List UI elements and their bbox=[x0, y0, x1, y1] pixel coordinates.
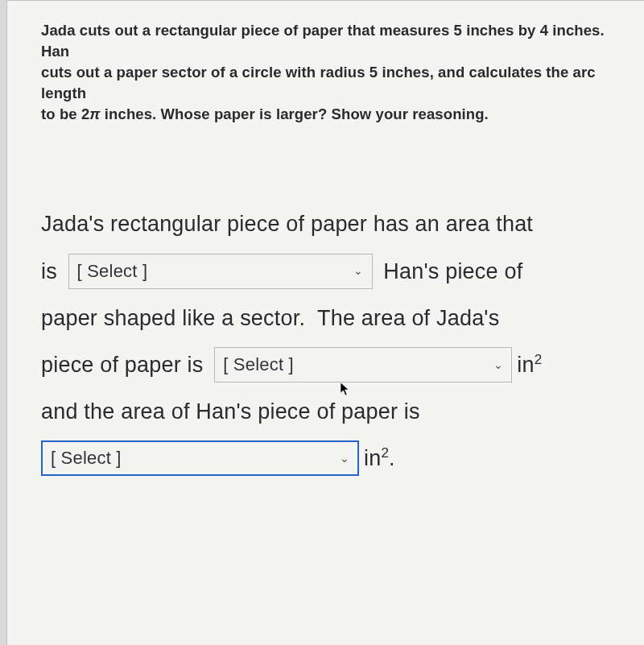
chevron-down-icon: ⌄ bbox=[493, 353, 503, 377]
answer-text-2a: is bbox=[41, 248, 64, 295]
select-label: [ Select ] bbox=[223, 345, 294, 383]
select-comparison[interactable]: [ Select ] ⌄ bbox=[68, 254, 373, 289]
answer-text-5: and the area of Han's piece of paper is bbox=[41, 388, 420, 435]
question-prompt: Jada cuts out a rectangular piece of pap… bbox=[41, 20, 621, 124]
answer-row-3: paper shaped like a sector. The area of … bbox=[41, 295, 621, 341]
answer-text-2b: Han's piece of bbox=[378, 248, 523, 295]
chevron-down-icon: ⌄ bbox=[340, 446, 349, 470]
answer-text-3: paper shaped like a sector. The area of … bbox=[41, 295, 499, 341]
question-line3b: inches. Whose paper is larger? Show your… bbox=[101, 105, 489, 122]
unit-in2-2: in2. bbox=[364, 435, 395, 482]
answer-area: Jada's rectangular piece of paper has an… bbox=[41, 201, 621, 481]
answer-text-4a: piece of paper is bbox=[41, 341, 209, 388]
select-jada-area[interactable]: [ Select ] ⌄ bbox=[214, 347, 512, 382]
question-line2: cuts out a paper sector of a circle with… bbox=[41, 64, 596, 101]
answer-row-1: Jada's rectangular piece of paper has an… bbox=[41, 201, 621, 247]
select-label: [ Select ] bbox=[77, 252, 148, 290]
select-han-area[interactable]: [ Select ] ⌄ bbox=[41, 440, 359, 476]
answer-row-2: is [ Select ] ⌄ Han's piece of bbox=[41, 248, 621, 295]
unit-in2-1: in2 bbox=[517, 341, 542, 388]
answer-row-4: piece of paper is [ Select ] ⌄ in2 bbox=[41, 341, 621, 388]
pi-symbol: π bbox=[89, 105, 100, 122]
select-label: [ Select ] bbox=[51, 439, 122, 477]
question-line1: Jada cuts out a rectangular piece of pap… bbox=[41, 22, 605, 60]
question-line3a: to be 2 bbox=[41, 105, 89, 122]
answer-row-6: [ Select ] ⌄ in2. bbox=[41, 435, 621, 482]
page-container: Jada cuts out a rectangular piece of pap… bbox=[6, 0, 644, 645]
chevron-down-icon: ⌄ bbox=[353, 258, 363, 283]
answer-row-5: and the area of Han's piece of paper is bbox=[41, 388, 621, 435]
answer-text-1: Jada's rectangular piece of paper has an… bbox=[41, 201, 533, 247]
